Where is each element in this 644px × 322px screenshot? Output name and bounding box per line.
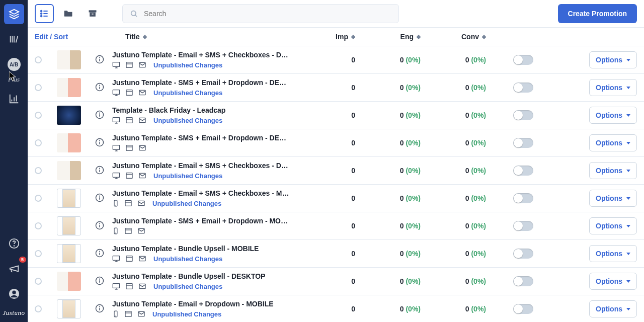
row-select-radio[interactable] bbox=[35, 305, 42, 312]
library-icon bbox=[9, 34, 20, 45]
publish-toggle[interactable] bbox=[513, 83, 533, 93]
options-button[interactable]: Options bbox=[589, 51, 637, 68]
publish-toggle[interactable] bbox=[513, 221, 533, 231]
svg-rect-91 bbox=[126, 284, 132, 289]
promotion-thumbnail[interactable] bbox=[57, 106, 81, 125]
mail-icon bbox=[137, 199, 145, 207]
row-select-radio[interactable] bbox=[35, 222, 42, 229]
info-button[interactable] bbox=[95, 166, 105, 176]
svg-rect-27 bbox=[113, 90, 119, 95]
edit-sort-link[interactable]: Edit / Sort bbox=[35, 33, 125, 41]
info-button[interactable] bbox=[95, 193, 105, 204]
sort-icon bbox=[417, 35, 421, 39]
promotion-title[interactable]: Justuno Template - Email + Dropdown - MO… bbox=[112, 300, 291, 308]
col-imp[interactable]: Imp bbox=[300, 33, 355, 41]
unpublished-link[interactable]: Unpublished Changes bbox=[152, 310, 221, 318]
options-button[interactable]: Options bbox=[589, 162, 637, 179]
promotion-title[interactable]: Justuno Template - SMS + Email + Dropdow… bbox=[112, 217, 291, 225]
unpublished-link[interactable]: Unpublished Changes bbox=[153, 89, 222, 97]
publish-toggle[interactable] bbox=[513, 249, 533, 259]
options-button[interactable]: Options bbox=[589, 217, 637, 234]
options-button[interactable]: Options bbox=[589, 245, 637, 262]
view-archive-button[interactable] bbox=[83, 4, 102, 23]
chevron-down-icon bbox=[626, 170, 630, 172]
promotion-thumbnail[interactable] bbox=[57, 161, 81, 180]
options-button[interactable]: Options bbox=[589, 300, 637, 317]
promotion-thumbnail[interactable] bbox=[57, 299, 81, 318]
table-header: Edit / Sort Title Imp Eng Conv bbox=[28, 28, 644, 46]
options-button[interactable]: Options bbox=[589, 190, 637, 207]
publish-toggle[interactable] bbox=[513, 166, 533, 176]
sidebar-library[interactable] bbox=[4, 29, 24, 49]
publish-toggle[interactable] bbox=[513, 276, 533, 286]
unpublished-link[interactable]: Unpublished Changes bbox=[152, 200, 221, 207]
row-select-radio[interactable] bbox=[35, 139, 42, 146]
svg-point-78 bbox=[100, 251, 100, 252]
row-select-radio[interactable] bbox=[35, 278, 42, 285]
publish-toggle[interactable] bbox=[513, 55, 533, 65]
chevron-down-icon bbox=[626, 253, 630, 255]
info-button[interactable] bbox=[95, 276, 105, 287]
options-button[interactable]: Options bbox=[589, 107, 637, 124]
promotion-thumbnail[interactable] bbox=[57, 272, 81, 291]
promotion-title[interactable]: Justuno Template - SMS + Email + Dropdow… bbox=[112, 78, 291, 87]
promotion-title[interactable]: Template - Black Friday - Leadcap bbox=[112, 106, 291, 114]
options-button[interactable]: Options bbox=[589, 134, 637, 151]
unpublished-link[interactable]: Unpublished Changes bbox=[153, 117, 222, 124]
promotion-thumbnail[interactable] bbox=[57, 244, 81, 263]
row-select-radio[interactable] bbox=[35, 167, 42, 174]
col-title[interactable]: Title bbox=[125, 33, 300, 41]
promotion-title[interactable]: Justuno Template - Email + SMS + Checkbo… bbox=[112, 162, 291, 170]
col-conv[interactable]: Conv bbox=[421, 33, 486, 41]
view-list-button[interactable] bbox=[35, 4, 54, 23]
options-button[interactable]: Options bbox=[589, 273, 637, 290]
conv-pct: (0%) bbox=[471, 139, 486, 147]
publish-toggle[interactable] bbox=[513, 138, 533, 148]
promotion-title[interactable]: Justuno Template - Bundle Upsell - MOBIL… bbox=[112, 245, 291, 253]
sidebar-dashboard[interactable] bbox=[4, 4, 24, 24]
search-input[interactable] bbox=[144, 10, 391, 18]
row-select-radio[interactable] bbox=[35, 112, 42, 119]
publish-toggle[interactable] bbox=[513, 110, 533, 120]
col-eng[interactable]: Eng bbox=[355, 33, 421, 41]
promotion-title[interactable]: Justuno Template - Email + SMS + Checkbo… bbox=[112, 189, 291, 197]
promotion-title[interactable]: Justuno Template - Bundle Upsell - DESKT… bbox=[112, 272, 291, 280]
eng-pct: (0%) bbox=[406, 56, 421, 64]
view-folder-button[interactable] bbox=[59, 4, 78, 23]
options-button[interactable]: Options bbox=[589, 79, 637, 96]
unpublished-link[interactable]: Unpublished Changes bbox=[153, 61, 222, 69]
info-button[interactable] bbox=[95, 110, 105, 121]
row-select-radio[interactable] bbox=[35, 84, 42, 91]
info-button[interactable] bbox=[95, 221, 105, 231]
promotion-thumbnail[interactable] bbox=[57, 78, 81, 97]
info-button[interactable] bbox=[95, 249, 105, 259]
sidebar-ab-test[interactable]: A/B bbox=[4, 54, 24, 74]
info-button[interactable] bbox=[95, 55, 105, 65]
info-button[interactable] bbox=[95, 83, 105, 93]
svg-rect-88 bbox=[113, 284, 119, 288]
promotion-title[interactable]: Justuno Template - Email + SMS + Checkbo… bbox=[112, 51, 291, 59]
promotion-title[interactable]: Justuno Template - SMS + Email + Dropdow… bbox=[112, 134, 291, 142]
publish-toggle[interactable] bbox=[513, 304, 533, 314]
promotion-thumbnail[interactable] bbox=[57, 216, 81, 235]
sidebar-notifications[interactable]: 5 bbox=[4, 259, 24, 279]
sidebar-help[interactable] bbox=[4, 233, 24, 254]
info-button[interactable] bbox=[95, 304, 105, 314]
row-select-radio[interactable] bbox=[35, 195, 42, 202]
create-promotion-button[interactable]: Create Promotion bbox=[558, 4, 637, 23]
unpublished-link[interactable]: Unpublished Changes bbox=[153, 255, 222, 263]
row-select-radio[interactable] bbox=[35, 56, 42, 63]
sidebar-account[interactable] bbox=[4, 284, 24, 304]
search-bar[interactable] bbox=[122, 4, 399, 23]
publish-toggle[interactable] bbox=[513, 193, 533, 203]
col-imp-label: Imp bbox=[336, 33, 348, 41]
sidebar-analytics[interactable] bbox=[4, 89, 24, 109]
promotion-thumbnail[interactable] bbox=[57, 133, 81, 152]
info-button[interactable] bbox=[95, 138, 105, 148]
svg-rect-48 bbox=[126, 145, 132, 151]
promotion-thumbnail[interactable] bbox=[57, 50, 81, 69]
promotion-thumbnail[interactable] bbox=[57, 189, 81, 208]
unpublished-link[interactable]: Unpublished Changes bbox=[153, 283, 222, 290]
row-select-radio[interactable] bbox=[35, 250, 42, 257]
unpublished-link[interactable]: Unpublished Changes bbox=[153, 172, 222, 180]
